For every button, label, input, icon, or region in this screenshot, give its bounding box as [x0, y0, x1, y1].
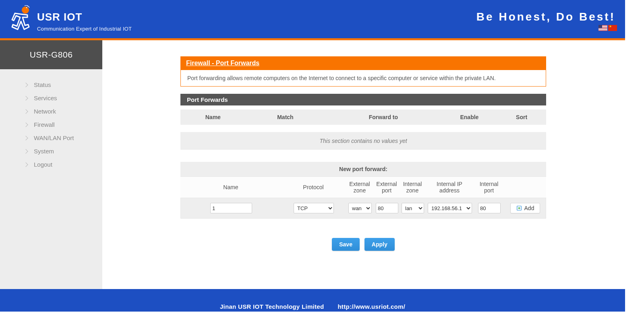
- npf-col-ext-zone: External zone: [346, 177, 374, 198]
- panel-description: Port forwarding allows remote computers …: [180, 70, 546, 87]
- add-button[interactable]: Add: [510, 203, 540, 213]
- sidebar-item-logout[interactable]: Logout: [0, 158, 102, 171]
- sidebar-item-label: Status: [25, 81, 51, 88]
- npf-col-protocol: Protocol: [281, 177, 346, 198]
- int-zone-select[interactable]: lan: [402, 203, 424, 213]
- npf-col-name: Name: [180, 177, 281, 198]
- name-input[interactable]: [210, 203, 252, 213]
- new-port-forward-title: New port forward:: [180, 162, 546, 176]
- content: Firewall - Port Forwards Port forwarding…: [102, 40, 625, 289]
- ext-port-input[interactable]: [376, 203, 398, 213]
- sidebar-item-firewall[interactable]: Firewall: [0, 118, 102, 131]
- section-title: Port Forwards: [180, 94, 546, 105]
- brand-title: USR IOT: [37, 11, 132, 23]
- usr-logo-icon: [9, 5, 32, 33]
- sidebar-item-system[interactable]: System: [0, 145, 102, 158]
- int-port-input[interactable]: [478, 203, 501, 213]
- flag-us-icon[interactable]: [598, 25, 607, 31]
- sidebar: USR-G806 Status Services Network Firewal…: [0, 40, 102, 289]
- npf-col-int-ip: Internal IP address: [425, 177, 474, 198]
- sidebar-item-status[interactable]: Status: [0, 78, 102, 91]
- sidebar-item-network[interactable]: Network: [0, 105, 102, 118]
- save-button[interactable]: Save: [332, 238, 360, 251]
- sidebar-item-services[interactable]: Services: [0, 91, 102, 105]
- ext-zone-select[interactable]: wan: [348, 203, 372, 213]
- protocol-select[interactable]: TCP: [294, 203, 334, 213]
- new-port-forward-inputs: TCP wan lan 192.168.56.1 Add: [180, 198, 546, 219]
- npf-col-ext-port: External port: [374, 177, 400, 198]
- svg-point-0: [22, 6, 29, 14]
- sidebar-item-label: Services: [25, 95, 57, 101]
- table-header-row: Name Match Forward to Enable Sort: [180, 109, 546, 125]
- device-name: USR-G806: [0, 40, 102, 69]
- col-match: Match: [245, 114, 326, 120]
- sidebar-item-label: Logout: [25, 161, 52, 168]
- npf-col-int-port: Internal port: [474, 177, 504, 198]
- slogan: Be Honest, Do Best!: [476, 10, 615, 23]
- col-name: Name: [181, 114, 245, 120]
- empty-table-text: This section contains no values yet: [180, 132, 546, 150]
- svg-point-1: [26, 7, 27, 8]
- flag-cn-icon[interactable]: [608, 25, 617, 31]
- sidebar-item-label: WAN/LAN Port: [25, 134, 74, 141]
- footer-company: Jinan USR IOT Technology Limited: [220, 303, 324, 310]
- sidebar-item-label: Network: [25, 108, 56, 115]
- apply-button[interactable]: Apply: [364, 238, 395, 251]
- footer-url[interactable]: http://www.usriot.com/: [338, 303, 405, 310]
- add-icon: [516, 205, 522, 211]
- col-forward-to: Forward to: [325, 114, 441, 120]
- brand-subtitle: Communication Expert of Industrial IOT: [37, 26, 132, 32]
- sidebar-item-label: System: [25, 148, 54, 155]
- col-enable: Enable: [441, 114, 498, 120]
- npf-col-int-zone: Internal zone: [400, 177, 425, 198]
- sidebar-item-wan-lan-port[interactable]: WAN/LAN Port: [0, 131, 102, 145]
- panel-title: Firewall - Port Forwards: [180, 56, 546, 70]
- new-port-forward-headers: Name Protocol External zone External por…: [180, 176, 546, 198]
- header: USR IOT Communication Expert of Industri…: [0, 0, 625, 40]
- sidebar-item-label: Firewall: [25, 121, 55, 128]
- col-sort: Sort: [497, 114, 546, 120]
- footer: Jinan USR IOT Technology Limited http://…: [0, 289, 625, 312]
- int-ip-select[interactable]: 192.168.56.1: [428, 203, 472, 213]
